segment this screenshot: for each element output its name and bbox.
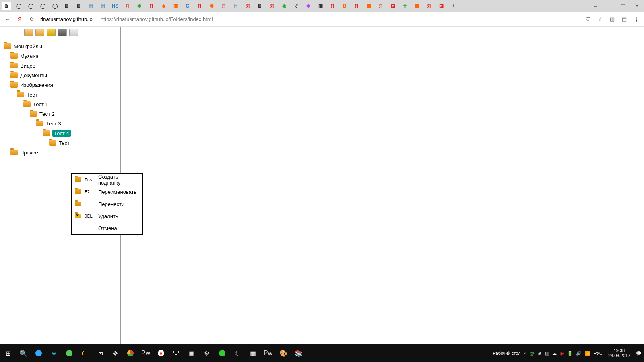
taskbar-app[interactable]: 📚 bbox=[293, 348, 304, 359]
new-tab-button[interactable]: ＋ bbox=[448, 2, 458, 10]
tab-item[interactable]: Я bbox=[424, 2, 434, 10]
tab-item[interactable]: ◆ bbox=[159, 2, 168, 10]
toolbar-button[interactable] bbox=[80, 29, 89, 36]
toolbar-button[interactable] bbox=[35, 29, 44, 36]
taskbar-app[interactable]: ☾ bbox=[232, 348, 243, 359]
toolbar-button[interactable] bbox=[58, 29, 67, 36]
taskbar-app-edge[interactable]: e bbox=[48, 348, 60, 359]
tab-item[interactable]: Я bbox=[243, 2, 253, 10]
tab-item[interactable]: ◯ bbox=[26, 2, 35, 10]
tab-item[interactable]: 🗎 bbox=[2, 2, 11, 10]
toolbar-button[interactable] bbox=[69, 29, 78, 36]
tab-item[interactable]: ◯ bbox=[38, 2, 47, 10]
tree-node[interactable]: Тест 1 bbox=[4, 99, 120, 109]
tab-item[interactable]: ✱ bbox=[134, 2, 144, 10]
protect-icon[interactable]: 🛡 bbox=[584, 16, 592, 23]
tree-node[interactable]: Тест 5 bbox=[4, 138, 120, 148]
tab-item[interactable]: ▣ bbox=[171, 2, 180, 10]
tab-item[interactable]: Я bbox=[195, 2, 204, 10]
tray-icon[interactable]: ☁ bbox=[552, 351, 557, 356]
taskbar-app-store[interactable]: 🛍 bbox=[94, 348, 105, 359]
ctx-rename[interactable]: F2 Переименовать bbox=[72, 186, 142, 198]
ctx-cancel[interactable]: Отмена bbox=[72, 222, 142, 234]
sidebar-icon[interactable]: ▥ bbox=[609, 16, 616, 23]
tab-item[interactable]: ✚ bbox=[400, 2, 410, 10]
tray-security-icon[interactable]: ⛨ bbox=[537, 351, 542, 356]
tree-node[interactable]: Изображения bbox=[4, 80, 120, 90]
tab-item[interactable]: ♡ bbox=[291, 2, 301, 10]
browser-menu-icon[interactable]: ≡ bbox=[590, 2, 601, 10]
tab-item[interactable]: HS bbox=[110, 2, 120, 10]
taskbar-app[interactable]: ❖ bbox=[109, 348, 121, 359]
start-button[interactable]: ⊞ bbox=[2, 348, 14, 359]
tab-item[interactable]: H bbox=[231, 2, 241, 10]
yandex-logo-icon[interactable]: Я bbox=[16, 16, 23, 23]
tray-icon[interactable]: @ bbox=[530, 351, 534, 356]
tab-item[interactable]: Я bbox=[328, 2, 337, 10]
ctx-create-subfolder[interactable]: Ins Создать подпапку bbox=[72, 174, 142, 186]
tab-item[interactable]: ◪ bbox=[436, 2, 446, 10]
taskbar-app[interactable]: ▦ bbox=[247, 348, 258, 359]
taskbar-app[interactable]: 🛡 bbox=[171, 348, 182, 359]
window-close-icon[interactable]: ✕ bbox=[631, 2, 642, 10]
tab-item[interactable]: ◯ bbox=[50, 2, 60, 10]
tree-node[interactable]: Видео bbox=[4, 61, 120, 70]
tab-item[interactable]: ▦ bbox=[412, 2, 422, 10]
toolbar-button[interactable] bbox=[47, 29, 56, 36]
tray-clock[interactable]: 19:38 26.03.2017 bbox=[608, 348, 630, 358]
tree-node[interactable]: Тест 2 bbox=[4, 109, 120, 119]
tray-wifi-icon[interactable]: 📶 bbox=[585, 351, 590, 356]
tab-item[interactable]: B bbox=[340, 2, 349, 10]
tray-icon[interactable]: ◉ bbox=[560, 351, 564, 356]
taskbar-app[interactable]: Pw bbox=[262, 348, 274, 359]
tree-node[interactable]: Музыка bbox=[4, 51, 120, 61]
taskbar-app-yandex[interactable]: Я bbox=[155, 348, 167, 359]
ctx-delete[interactable]: DEL Удалить bbox=[72, 210, 142, 222]
taskbar-app[interactable]: Pw bbox=[140, 348, 151, 359]
tab-item[interactable]: ▣ bbox=[316, 2, 325, 10]
tab-item[interactable]: ◯ bbox=[14, 2, 23, 10]
taskbar-app[interactable] bbox=[64, 348, 75, 359]
tab-item[interactable]: ✱ bbox=[303, 2, 313, 10]
tab-item[interactable]: ◉ bbox=[279, 2, 289, 10]
tab-item[interactable]: ◪ bbox=[388, 2, 398, 10]
tree-node[interactable]: Мои файлы bbox=[4, 41, 120, 51]
taskbar-app[interactable] bbox=[217, 348, 228, 359]
tab-item[interactable]: ✺ bbox=[207, 2, 217, 10]
reload-button[interactable]: ⟳ bbox=[28, 16, 35, 23]
tray-notifications-icon[interactable]: 💬 bbox=[636, 351, 642, 356]
tab-item[interactable]: H bbox=[86, 2, 96, 10]
tab-item[interactable]: G bbox=[183, 2, 192, 10]
tab-item[interactable]: ▦ bbox=[364, 2, 374, 10]
taskbar-app[interactable]: ⚙ bbox=[201, 348, 213, 359]
tree-node[interactable]: Тест 3 bbox=[4, 119, 120, 128]
tab-item[interactable]: 🗎 bbox=[62, 2, 72, 10]
tray-battery-icon[interactable]: 🔋 bbox=[567, 351, 573, 356]
tab-item[interactable]: Я bbox=[219, 2, 229, 10]
tab-item[interactable]: Я bbox=[267, 2, 277, 10]
tray-icon[interactable]: ▥ bbox=[545, 351, 549, 356]
desktop-label[interactable]: Рабочий стол bbox=[493, 351, 521, 356]
address-url[interactable]: https://rinatusmanov.github.io/Folders/i… bbox=[101, 16, 213, 22]
tab-item[interactable]: 🗎 bbox=[255, 2, 265, 10]
tree-node[interactable]: Прочее bbox=[4, 148, 120, 157]
address-domain[interactable]: rinatusmanov.github.io bbox=[40, 16, 93, 22]
feed-icon[interactable]: ▤ bbox=[621, 16, 628, 23]
tray-language[interactable]: РУС bbox=[594, 351, 603, 356]
tree-node[interactable]: Тест bbox=[4, 90, 120, 99]
tab-item[interactable]: Я bbox=[147, 2, 156, 10]
tab-item[interactable]: Я bbox=[352, 2, 361, 10]
taskbar-app-explorer[interactable]: 🗂 bbox=[79, 348, 90, 359]
bookmark-icon[interactable]: ☆ bbox=[597, 16, 604, 23]
tree-node[interactable]: Документы bbox=[4, 70, 120, 80]
taskbar-app[interactable]: 🎨 bbox=[278, 348, 289, 359]
search-button[interactable]: 🔍 bbox=[18, 348, 29, 359]
tab-item[interactable]: Я bbox=[376, 2, 386, 10]
tab-item[interactable]: H bbox=[98, 2, 108, 10]
tray-volume-icon[interactable]: 🔊 bbox=[576, 351, 582, 356]
tray-chevron-icon[interactable]: » bbox=[524, 351, 526, 356]
tab-item[interactable]: Я bbox=[122, 2, 132, 10]
taskbar-app[interactable] bbox=[33, 348, 44, 359]
ctx-move[interactable]: Перенести bbox=[72, 198, 142, 210]
taskbar-app-terminal[interactable]: ▣ bbox=[186, 348, 197, 359]
